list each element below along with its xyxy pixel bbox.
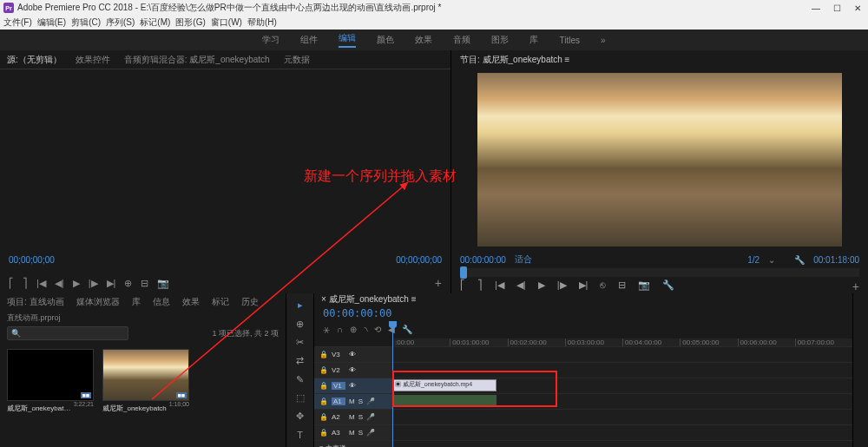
razor-tool[interactable]: ⇄ [290, 354, 311, 367]
mark-out-icon[interactable]: ⎤ [23, 278, 28, 289]
close-button[interactable]: ✕ [851, 3, 865, 13]
audio-track-a3[interactable]: 🔒A3MS🎤 [314, 424, 852, 440]
program-timecode-left[interactable]: 00:00:00:00 [460, 255, 506, 265]
lift-button[interactable]: ⎋ [600, 279, 606, 293]
step-back-button[interactable]: ◀| [516, 279, 526, 293]
source-monitor-viewport[interactable] [0, 69, 450, 247]
info-tab[interactable]: 信息 [153, 296, 170, 308]
audio-track-a2[interactable]: 🔒A2MS🎤 [314, 409, 852, 424]
effect-controls-tab[interactable]: 效果控件 [76, 54, 110, 66]
hand-tool[interactable]: ✥ [290, 410, 311, 423]
workspace-assembly[interactable]: 组件 [300, 34, 318, 46]
workspace-libraries[interactable]: 库 [529, 34, 538, 46]
master-track[interactable]: ≡ 主声道 [314, 440, 852, 447]
minimize-button[interactable]: — [809, 3, 823, 13]
program-playhead[interactable] [460, 266, 467, 279]
workspace-titles[interactable]: Titles [559, 36, 580, 45]
export-frame-button[interactable]: 📷 [638, 279, 650, 293]
program-scrubber[interactable] [460, 268, 859, 277]
menu-sequence[interactable]: 序列(S) [106, 16, 135, 29]
timeline-sequence-tab[interactable]: × 威尼斯_onekeybatch ≡ [321, 293, 417, 306]
insert-icon[interactable]: ⊕ [124, 278, 132, 289]
lock-icon[interactable]: 🔒 [319, 366, 328, 374]
workspace-learn[interactable]: 学习 [262, 34, 279, 46]
solo-button[interactable]: S [358, 398, 363, 405]
timeline-timecode[interactable]: 00:00:00:00 [314, 306, 852, 321]
tl-opt4-icon[interactable]: ৲ [364, 325, 367, 335]
workspace-editing[interactable]: 编辑 [339, 32, 356, 48]
history-tab[interactable]: 历史 [241, 296, 259, 308]
tl-opt5-icon[interactable]: ⟲ [374, 325, 381, 335]
audio-track-a1[interactable]: 🔒A1MS🎤 [314, 393, 852, 409]
program-monitor-viewport[interactable] [477, 73, 842, 247]
lock-icon[interactable]: 🔒 [319, 398, 328, 405]
timeline-playhead[interactable] [392, 326, 393, 447]
menu-edit[interactable]: 编辑(E) [37, 16, 66, 29]
extract-button[interactable]: ⊟ [618, 279, 626, 293]
overwrite-icon[interactable]: ⊟ [141, 278, 148, 289]
program-button-editor-icon[interactable]: + [852, 279, 859, 293]
workspace-audio[interactable]: 音频 [453, 34, 470, 46]
project-search-input[interactable] [7, 326, 128, 340]
mic-icon[interactable]: 🎤 [366, 429, 375, 437]
source-tab-noclip[interactable]: 源:（无剪辑） [7, 54, 62, 66]
slip-tool[interactable]: ✎ [290, 373, 311, 386]
mark-in-icon[interactable]: ⎡ [9, 278, 14, 289]
workspace-overflow[interactable]: » [601, 36, 606, 45]
menu-help[interactable]: 帮助(H) [247, 16, 277, 29]
solo-button[interactable]: S [358, 429, 363, 437]
eye-icon[interactable]: 👁 [349, 366, 356, 374]
mark-in-button[interactable]: ⎡ [460, 279, 465, 293]
lock-icon[interactable]: 🔒 [319, 382, 328, 390]
tl-link-icon[interactable]: ∩ [337, 325, 343, 335]
video-track-v1[interactable]: 🔒V1👁 ▣ 威尼斯_onekeybatch.mp4 [314, 378, 852, 393]
bin-item[interactable]: ■■ 威尼斯_onekeybatch.mp4 3:22;21 [7, 349, 94, 440]
lock-icon[interactable]: 🔒 [319, 413, 328, 421]
type-tool[interactable]: T [290, 429, 311, 442]
project-tab[interactable]: 项目: 直线动画 [7, 296, 64, 308]
video-track-v3[interactable]: 🔒V3👁 [314, 346, 852, 362]
maximize-button[interactable]: ☐ [830, 3, 844, 13]
play-icon[interactable]: ▶ [73, 278, 80, 289]
project-bins[interactable]: ■■ 威尼斯_onekeybatch.mp4 3:22;21 ■■ 威尼斯_on… [0, 342, 286, 447]
bin-thumbnail[interactable]: ■■ [7, 349, 94, 401]
step-fwd-button[interactable]: |▶ [557, 279, 567, 293]
goto-out-button[interactable]: ▶| [579, 279, 589, 293]
selection-tool[interactable]: ▸ [290, 299, 311, 312]
video-track-v2[interactable]: 🔒V2👁 [314, 362, 852, 378]
audio-clip-mixer-tab[interactable]: 音频剪辑混合器: 威尼斯_onekeybatch [124, 54, 270, 66]
workspace-effects[interactable]: 效果 [415, 34, 432, 46]
eye-icon[interactable]: 👁 [349, 382, 356, 390]
pen-tool[interactable]: ⬚ [290, 391, 311, 404]
menu-file[interactable]: 文件(F) [3, 16, 32, 29]
play-button[interactable]: ▶ [538, 279, 545, 293]
workspace-color[interactable]: 颜色 [377, 34, 394, 46]
tl-settings-icon[interactable]: 🔧 [402, 325, 412, 335]
step-back-icon[interactable]: ◀| [55, 278, 64, 289]
solo-button[interactable]: S [358, 413, 363, 421]
program-scale-dropdown[interactable]: 1/2 [747, 255, 760, 265]
mic-icon[interactable]: 🎤 [366, 413, 375, 421]
mute-button[interactable]: M [349, 429, 355, 437]
timeline-clip[interactable]: ▣ 威尼斯_onekeybatch.mp4 [392, 379, 496, 391]
media-browser-tab[interactable]: 媒体浏览器 [76, 296, 120, 308]
markers-tab[interactable]: 标记 [212, 296, 229, 308]
mute-button[interactable]: M [349, 398, 355, 405]
lock-icon[interactable]: 🔒 [319, 351, 328, 358]
lock-icon[interactable]: 🔒 [319, 429, 328, 437]
workspace-graphics[interactable]: 图形 [491, 34, 509, 46]
settings-button[interactable]: 🔧 [662, 279, 674, 293]
bin-thumbnail[interactable]: ■■ [102, 349, 189, 401]
timeline-audio-clip[interactable] [392, 395, 496, 407]
export-frame-icon[interactable]: 📷 [157, 278, 169, 289]
step-fwd-icon[interactable]: |▶ [89, 278, 98, 289]
source-timecode-left[interactable]: 00;00;00;00 [9, 255, 55, 265]
goto-in-icon[interactable]: |◀ [36, 278, 46, 289]
mute-button[interactable]: M [349, 413, 355, 421]
menu-clip[interactable]: 剪辑(C) [71, 16, 101, 29]
metadata-tab[interactable]: 元数据 [284, 54, 310, 66]
button-editor-icon[interactable]: + [435, 276, 442, 290]
libraries-tab[interactable]: 库 [132, 296, 141, 308]
program-fit-dropdown[interactable]: 适合 [515, 253, 532, 266]
effects-tab[interactable]: 效果 [182, 296, 200, 308]
